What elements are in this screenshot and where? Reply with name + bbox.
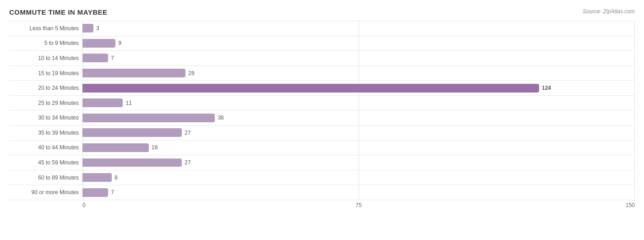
chart-title: COMMUTE TIME IN MAYBEE (9, 8, 635, 16)
bar-value: 7 (111, 55, 114, 61)
bar-row: 90 or more Minutes7 (9, 185, 635, 200)
bar-value: 36 (218, 115, 224, 121)
bar-label: 15 to 19 Minutes (9, 70, 82, 76)
bar-row: 60 to 89 Minutes8 (9, 170, 635, 185)
bar-track: 9 (82, 39, 635, 48)
bar-fill (82, 69, 186, 77)
bar-value: 3 (96, 25, 99, 32)
bar-fill (82, 128, 182, 137)
bar-value: 124 (542, 85, 551, 91)
bar-track: 7 (82, 54, 635, 62)
bar-track: 3 (82, 24, 635, 33)
bar-fill (82, 188, 108, 197)
x-axis-tick: 75 (355, 202, 361, 208)
bar-fill (82, 173, 112, 182)
bar-value: 27 (185, 159, 191, 166)
bar-value: 7 (111, 189, 114, 196)
bar-row: 30 to 34 Minutes36 (9, 110, 635, 125)
bar-label: 40 to 44 Minutes (9, 144, 82, 151)
bar-row: 15 to 19 Minutes28 (9, 66, 635, 81)
bar-track: 124 (82, 84, 635, 93)
rows-container: Less than 5 Minutes35 to 9 Minutes910 to… (9, 21, 635, 200)
bar-label: 30 to 34 Minutes (9, 115, 82, 121)
bar-track: 28 (82, 69, 635, 77)
bar-fill (82, 98, 123, 107)
bar-row: 40 to 44 Minutes18 (9, 141, 635, 156)
bar-row: 20 to 24 Minutes124 (9, 81, 635, 96)
x-axis: 075150 (82, 202, 635, 211)
bar-value: 8 (115, 175, 118, 181)
bar-label: Less than 5 Minutes (9, 25, 82, 32)
bar-value: 18 (152, 144, 158, 151)
bar-row: Less than 5 Minutes3 (9, 21, 635, 36)
bar-label: 90 or more Minutes (9, 189, 82, 196)
bar-track: 18 (82, 143, 635, 152)
bar-row: 10 to 14 Minutes7 (9, 51, 635, 66)
bar-label: 45 to 59 Minutes (9, 159, 82, 166)
bar-label: 25 to 29 Minutes (9, 100, 82, 106)
bar-fill (82, 24, 93, 33)
bar-row: 25 to 29 Minutes11 (9, 96, 635, 111)
bar-value: 9 (118, 40, 121, 46)
bar-label: 35 to 39 Minutes (9, 130, 82, 136)
bar-row: 5 to 9 Minutes9 (9, 36, 635, 51)
bar-label: 20 to 24 Minutes (9, 85, 82, 91)
bar-row: 35 to 39 Minutes27 (9, 125, 635, 141)
x-axis-tick: 150 (626, 202, 635, 208)
bar-value: 11 (126, 100, 131, 106)
bar-fill (82, 114, 215, 122)
bar-fill (82, 39, 115, 48)
bar-track: 27 (82, 128, 635, 137)
bar-track: 27 (82, 158, 635, 167)
bar-track: 11 (82, 98, 635, 107)
bar-fill (82, 143, 149, 152)
chart-container: COMMUTE TIME IN MAYBEE Source: ZipAtlas.… (0, 0, 644, 240)
bar-fill (82, 158, 182, 167)
bar-label: 5 to 9 Minutes (9, 40, 82, 46)
bar-value: 28 (188, 70, 194, 76)
bar-track: 36 (82, 114, 635, 122)
bar-fill (82, 84, 539, 93)
bar-row: 45 to 59 Minutes27 (9, 155, 635, 170)
chart-area: Less than 5 Minutes35 to 9 Minutes910 to… (9, 21, 635, 211)
bar-label: 10 to 14 Minutes (9, 55, 82, 61)
x-axis-tick: 0 (82, 202, 86, 208)
bar-value: 27 (185, 130, 191, 136)
bar-track: 7 (82, 188, 635, 197)
bar-label: 60 to 89 Minutes (9, 175, 82, 181)
bar-track: 8 (82, 173, 635, 182)
bar-fill (82, 54, 108, 62)
source-label: Source: ZipAtlas.com (583, 8, 635, 15)
